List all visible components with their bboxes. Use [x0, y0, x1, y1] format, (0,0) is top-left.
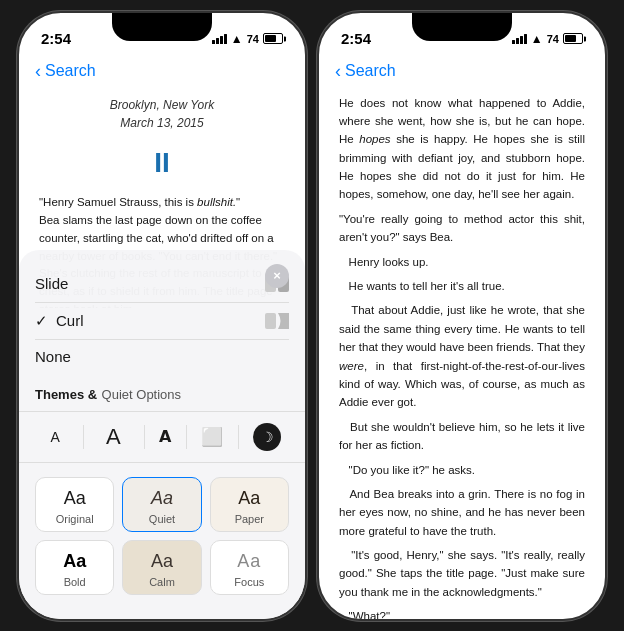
theme-quiet-label: Quiet	[149, 513, 175, 525]
book-content-right: He does not know what happened to Addie,…	[319, 88, 605, 621]
time-left: 2:54	[41, 30, 71, 47]
theme-bold-text: Aa	[63, 551, 86, 572]
status-icons-right: ▲ 74	[512, 32, 583, 46]
brightness-icon[interactable]: ☽	[253, 423, 281, 451]
battery-icon	[263, 33, 283, 44]
themes-section: Themes & Quiet Options	[19, 383, 305, 411]
themes-label: Themes &	[35, 387, 97, 402]
book-header: Brooklyn, New YorkMarch 13, 2015	[39, 96, 285, 133]
theme-focus-label: Focus	[234, 576, 264, 588]
wifi-icon: ▲	[231, 32, 243, 46]
curl-icon	[259, 311, 289, 331]
signal-icon-right	[512, 34, 527, 44]
svg-rect-2	[265, 313, 276, 329]
close-button[interactable]: ×	[265, 264, 289, 288]
theme-calm-card[interactable]: Aa Calm	[122, 540, 201, 595]
status-bar-left: 2:54 ▲ 74	[19, 13, 305, 57]
status-bar-right: 2:54 ▲ 74	[319, 13, 605, 57]
font-large-button[interactable]: A	[98, 420, 129, 454]
battery-icon-right	[563, 33, 583, 44]
book-para-5: That about Addie, just like he wrote, th…	[339, 301, 585, 411]
theme-original-label: Original	[56, 513, 94, 525]
theme-quiet-text: Aa	[151, 488, 173, 509]
none-label: None	[35, 348, 71, 365]
theme-paper-label: Paper	[235, 513, 264, 525]
nav-bar-left: ‹ Search	[19, 57, 305, 88]
nav-bar-right: ‹ Search	[319, 57, 605, 88]
slide-label: Slide	[35, 275, 68, 292]
theme-paper-text: Aa	[238, 488, 260, 509]
theme-original-card[interactable]: Aa Original	[35, 477, 114, 532]
battery-level: 74	[247, 33, 259, 45]
back-chevron-left: ‹	[35, 61, 41, 82]
theme-bold-card[interactable]: Aa Bold	[35, 540, 114, 595]
book-para-9: "It's good, Henry," she says. "It's real…	[339, 546, 585, 601]
book-para-10: "What?"	[339, 607, 585, 620]
overlay-panel: Slide ✓ Curl	[19, 250, 305, 619]
right-phone: 2:54 ▲ 74 ‹ Search	[317, 11, 607, 621]
none-option[interactable]: None	[35, 340, 289, 373]
theme-original-text: Aa	[64, 488, 86, 509]
themes-subtitle: Quiet Options	[102, 387, 182, 402]
theme-bold-label: Bold	[64, 576, 86, 588]
book-para-2: "You're really going to method actor thi…	[339, 210, 585, 247]
layout-icon[interactable]: ⬜	[201, 426, 223, 448]
chapter-number: II	[39, 141, 285, 184]
wifi-icon-right: ▲	[531, 32, 543, 46]
font-controls: A A 𝗔 ⬜ ☽	[19, 411, 305, 463]
back-chevron-right: ‹	[335, 61, 341, 82]
check-icon: ✓	[35, 312, 48, 330]
back-label-right: Search	[345, 62, 396, 80]
back-label-left: Search	[45, 62, 96, 80]
font-small-button[interactable]: A	[42, 425, 67, 449]
theme-calm-label: Calm	[149, 576, 175, 588]
signal-icon	[212, 34, 227, 44]
close-icon: ×	[273, 268, 281, 283]
phones-container: 2:54 ▲ 74 ‹ Search	[17, 11, 607, 621]
status-icons-left: ▲ 74	[212, 32, 283, 46]
time-right: 2:54	[341, 30, 371, 47]
theme-focus-card[interactable]: Aa Focus	[210, 540, 289, 595]
book-para-6: But she wouldn't believe him, so he lets…	[339, 418, 585, 455]
transition-menu: Slide ✓ Curl	[19, 266, 305, 373]
theme-quiet-card[interactable]: Aa Quiet	[122, 477, 201, 532]
slide-option[interactable]: Slide	[35, 266, 289, 303]
left-phone: 2:54 ▲ 74 ‹ Search	[17, 11, 307, 621]
battery-level-right: 74	[547, 33, 559, 45]
theme-focus-text: Aa	[237, 551, 261, 572]
back-button-right[interactable]: ‹ Search	[335, 61, 396, 82]
book-para-3: Henry looks up.	[339, 253, 585, 271]
book-para-1: He does not know what happened to Addie,…	[339, 94, 585, 204]
book-para-7: "Do you like it?" he asks.	[339, 461, 585, 479]
moon-symbol: ☽	[261, 429, 274, 445]
theme-cards-grid: Aa Original Aa Quiet Aa Paper Aa Bold Aa	[19, 473, 305, 599]
book-para-8: And Bea breaks into a grin. There is no …	[339, 485, 585, 540]
curl-label: Curl	[56, 312, 259, 329]
theme-calm-text: Aa	[151, 551, 173, 572]
back-button-left[interactable]: ‹ Search	[35, 61, 96, 82]
book-para-4: He wants to tell her it's all true.	[339, 277, 585, 295]
curl-option[interactable]: ✓ Curl	[35, 303, 289, 340]
font-type-icon[interactable]: 𝗔	[159, 427, 171, 446]
theme-paper-card[interactable]: Aa Paper	[210, 477, 289, 532]
